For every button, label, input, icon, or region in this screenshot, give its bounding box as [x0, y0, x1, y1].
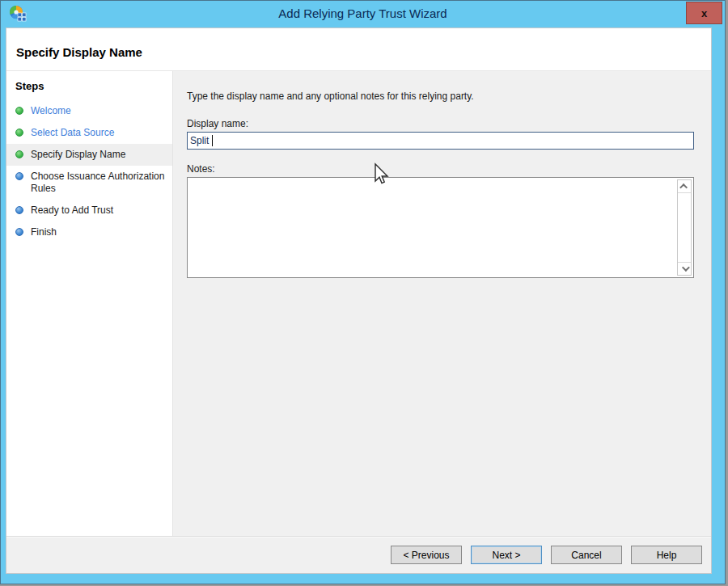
dialog-footer: < PreviousNext >CancelHelp: [6, 536, 711, 573]
wizard-dialog: Specify Display Name Steps WelcomeSelect…: [6, 27, 712, 574]
notes-field: [187, 177, 694, 278]
text-caret: [212, 135, 213, 146]
dialog-header: Specify Display Name: [6, 28, 711, 71]
close-icon: x: [701, 7, 707, 19]
step-label: Finish: [31, 226, 57, 238]
step-pending-icon: [15, 206, 23, 214]
display-name-label: Display name:: [187, 118, 711, 129]
previous-button[interactable]: < Previous: [391, 546, 462, 564]
step-label: Specify Display Name: [31, 149, 125, 161]
step-completed-icon: [15, 150, 23, 158]
sidebar-item-specify-display-name: Specify Display Name: [6, 144, 172, 166]
content-panel: Type the display name and any optional n…: [173, 71, 711, 536]
sidebar-item-choose-issuance-authorization-rules: Choose Issuance Authorization Rules: [6, 166, 172, 200]
step-label: Welcome: [31, 105, 71, 117]
display-name-input[interactable]: [187, 132, 694, 150]
scroll-up-button[interactable]: [678, 180, 691, 193]
sidebar-item-welcome[interactable]: Welcome: [6, 100, 172, 122]
next-button[interactable]: Next >: [471, 546, 542, 564]
chevron-up-icon: [679, 183, 688, 192]
window-title: Add Relying Party Trust Wizard: [1, 6, 725, 20]
step-completed-icon: [15, 129, 23, 137]
notes-input[interactable]: [188, 178, 675, 277]
steps-sidebar: Steps WelcomeSelect Data SourceSpecify D…: [6, 71, 173, 536]
close-button[interactable]: x: [686, 2, 722, 24]
mouse-cursor: [370, 162, 390, 188]
step-label: Select Data Source: [31, 127, 114, 139]
intro-text: Type the display name and any optional n…: [187, 91, 711, 102]
notes-scrollbar[interactable]: [677, 179, 692, 276]
wizard-window: Add Relying Party Trust Wizard x Specify…: [0, 0, 726, 584]
scroll-down-button[interactable]: [678, 262, 691, 275]
step-label: Ready to Add Trust: [31, 204, 113, 217]
step-label: Choose Issuance Authorization Rules: [31, 171, 167, 195]
sidebar-item-finish: Finish: [6, 221, 172, 243]
steps-heading: Steps: [6, 71, 172, 95]
dialog-body: Steps WelcomeSelect Data SourceSpecify D…: [6, 71, 711, 536]
notes-label: Notes:: [187, 163, 711, 175]
sidebar-item-ready-to-add-trust: Ready to Add Trust: [6, 200, 172, 221]
step-completed-icon: [15, 107, 23, 115]
chevron-down-icon: [681, 263, 689, 272]
step-pending-icon: [15, 228, 23, 236]
step-pending-icon: [15, 172, 23, 180]
display-name-field-wrap: [187, 132, 694, 150]
titlebar: Add Relying Party Trust Wizard x: [1, 1, 725, 27]
help-button[interactable]: Help: [631, 546, 702, 564]
sidebar-item-select-data-source[interactable]: Select Data Source: [6, 122, 172, 144]
steps-list: WelcomeSelect Data SourceSpecify Display…: [6, 100, 172, 243]
cancel-button[interactable]: Cancel: [551, 546, 622, 564]
page-title: Specify Display Name: [6, 28, 711, 59]
